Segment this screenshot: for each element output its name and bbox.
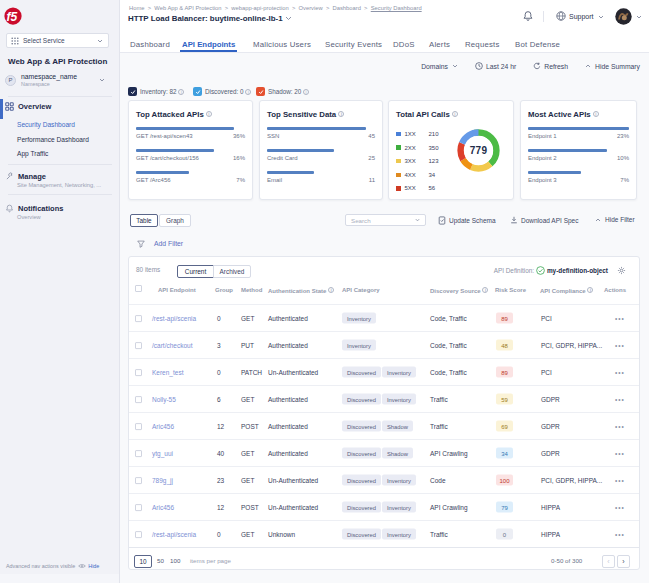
svg-text:f5: f5 [6, 9, 17, 23]
svg-text:779: 779 [470, 145, 488, 156]
